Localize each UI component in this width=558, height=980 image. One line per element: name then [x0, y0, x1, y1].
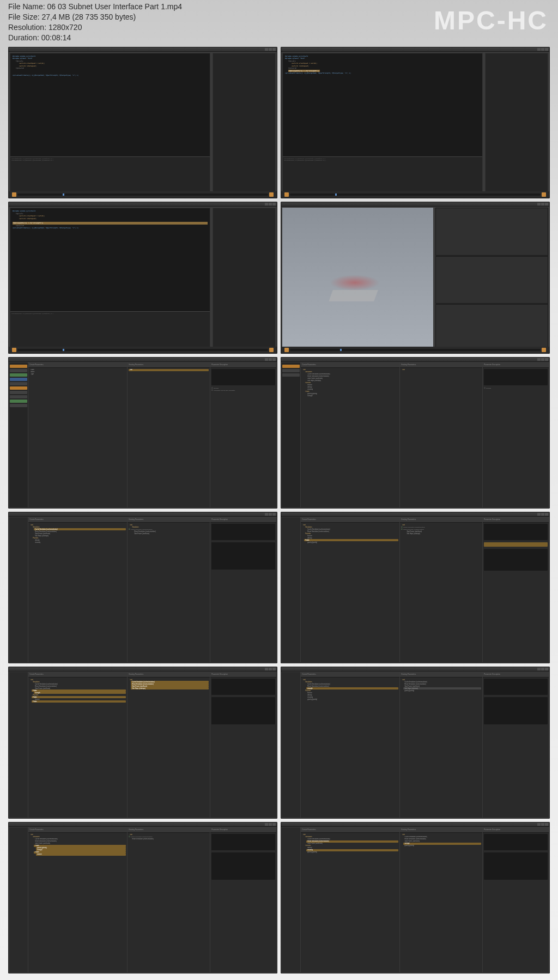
- filename-value: 06 03 Subnet User Interface Part 1.mp4: [47, 2, 182, 11]
- thumb-4[interactable]: [281, 202, 550, 353]
- thumb-3[interactable]: #pragma opname pyroshield f@pscale vecto…: [8, 202, 277, 353]
- thumb-7[interactable]: Create Parameters root Simulation Cache …: [8, 512, 277, 663]
- existing-params-col[interactable]: Existing Parameters root Cache Simulatio…: [400, 827, 482, 972]
- output-panel: vprivateattribute(); s[]@targetmat; f@pe…: [10, 311, 210, 351]
- params-tree[interactable]: Create Parameters root Simulation Cache …: [301, 362, 399, 507]
- output-panel: vprivateattribute(); s[]@targetmat; f@pe…: [283, 156, 482, 196]
- output-panel: vprivateattribute(); s[]@targetmat; f@pe…: [10, 156, 210, 196]
- params-tree[interactable]: Create Parameters root Simulation Cache …: [301, 517, 399, 662]
- left-strip: [282, 362, 300, 507]
- existing-params-col[interactable]: Existing Parameters root Cache Simulatio…: [128, 827, 210, 972]
- param-desc-col[interactable]: Parameter Description Invisible Horizont…: [210, 362, 276, 507]
- existing-params-col[interactable]: Existing Parameters root: [128, 362, 210, 507]
- window-titlebar: [281, 822, 549, 827]
- params-tree[interactable]: Create Parameters root Simulation Cache …: [28, 672, 127, 817]
- window-titlebar: [9, 47, 277, 52]
- param-desc-col[interactable]: Parameter Description: [483, 517, 549, 662]
- file-info-block: File Name: 06 03 Subnet User Interface P…: [8, 2, 182, 43]
- timeline[interactable]: [281, 191, 549, 198]
- thumb-12[interactable]: Create Parameters root Simulation Cache …: [281, 822, 550, 973]
- param-desc-col[interactable]: Parameter Description: [483, 672, 549, 817]
- existing-params-col[interactable]: Existing Parameters root Cache Simulatio…: [400, 517, 482, 662]
- window-titlebar: [9, 358, 277, 362]
- timeline[interactable]: [9, 191, 277, 198]
- thumb-6[interactable]: Create Parameters root Simulation Cache …: [281, 357, 550, 509]
- resolution-value: 1280x720: [48, 23, 82, 32]
- code-area: #pragma opname pyroshield #pragma oplabe…: [10, 53, 210, 156]
- params-tree[interactable]: Create Parameters root Simulation Cache …: [28, 517, 127, 662]
- window-titlebar: [281, 512, 549, 517]
- window-titlebar: [9, 667, 277, 672]
- thumbnail-grid: #pragma opname pyroshield #pragma oplabe…: [8, 47, 550, 973]
- existing-params-col[interactable]: Existing Parameters root Simulation Cach…: [128, 517, 210, 662]
- thumb-9[interactable]: Create Parameters root Simulation Cache …: [8, 667, 277, 818]
- watermark: MPC-HC: [434, 5, 548, 35]
- window-titlebar: [281, 358, 549, 362]
- param-desc-col[interactable]: Parameter Description: [210, 827, 276, 972]
- code-area: #pragma opname pyroshield #pragma oplabe…: [283, 53, 482, 156]
- thumb-5[interactable]: Create Parameters Label Name Type Existi…: [8, 357, 277, 509]
- filesize-value: 27,4 MB (28 735 350 bytes): [41, 13, 136, 21]
- side-panels: [435, 208, 548, 352]
- timeline[interactable]: [281, 347, 549, 353]
- params-tree[interactable]: Create Parameters root Simulation Cache …: [28, 827, 127, 972]
- param-desc-col[interactable]: Parameter Description: [210, 517, 276, 662]
- param-desc-col[interactable]: Parameter Description: [483, 827, 549, 972]
- existing-params-col[interactable]: Existing Parameters root: [400, 362, 482, 507]
- param-desc-col[interactable]: Parameter Description Invisible: [483, 362, 549, 507]
- window-titlebar: [281, 47, 549, 52]
- window-titlebar: [9, 822, 277, 827]
- thumb-8[interactable]: Create Parameters root Simulation Cache …: [281, 512, 550, 663]
- thumb-10[interactable]: Create Parameters root Simulation Cache …: [281, 667, 550, 818]
- window-titlebar: [9, 202, 277, 207]
- params-tree[interactable]: Create Parameters root Simulation Cache …: [301, 672, 399, 817]
- param-desc-col[interactable]: Parameter Description: [210, 672, 276, 817]
- params-tree[interactable]: Create Parameters root Simulation Cache …: [301, 827, 399, 972]
- window-titlebar: [9, 512, 277, 517]
- window-titlebar: [281, 667, 549, 672]
- window-titlebar: [281, 202, 549, 207]
- left-strip: [9, 362, 28, 507]
- code-area: #pragma opname pyroshield f@pscale vecto…: [10, 208, 210, 311]
- duration-value: 00:08:14: [41, 33, 71, 42]
- timeline[interactable]: [9, 347, 277, 353]
- existing-params-col[interactable]: Existing Parameters root Cache Simulatio…: [400, 672, 482, 817]
- thumb-11[interactable]: Create Parameters root Simulation Cache …: [8, 822, 277, 973]
- existing-params-col[interactable]: Existing Parameters root Cache Simulatio…: [128, 672, 210, 817]
- thumb-2[interactable]: #pragma opname pyroshield #pragma oplabe…: [281, 47, 550, 198]
- thumb-1[interactable]: #pragma opname pyroshield #pragma oplabe…: [8, 47, 277, 198]
- viewport-3d[interactable]: [282, 208, 433, 352]
- create-params-col[interactable]: Create Parameters Label Name Type: [28, 362, 127, 507]
